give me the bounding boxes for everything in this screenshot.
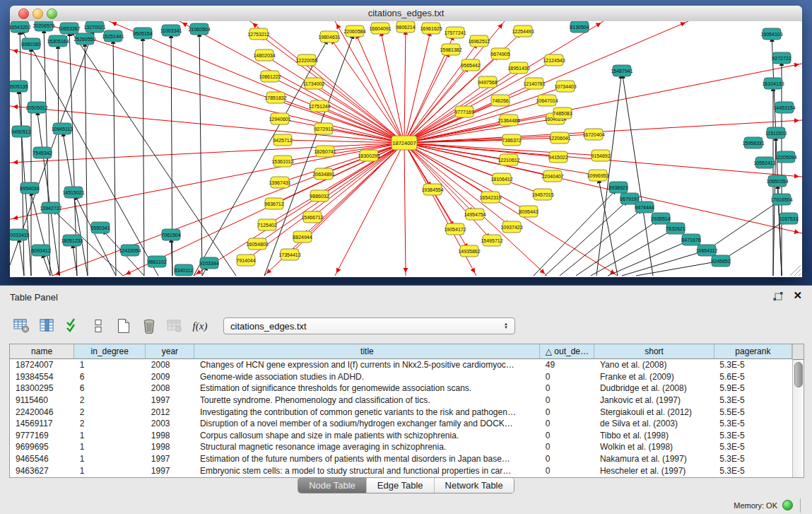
table-cell[interactable]: 1998 (146, 441, 194, 453)
graph-node-16104133[interactable]: 16104133 (762, 78, 784, 89)
column-header-pagerank[interactable]: pagerank (714, 344, 792, 359)
graph-node-15958331[interactable]: 15958331 (742, 137, 764, 148)
table-cell[interactable]: 9699695 (10, 441, 74, 453)
graph-node-20634891[interactable]: 20634891 (312, 168, 334, 180)
network-canvas[interactable]: 1872400712753212148020341086122217851832… (10, 21, 802, 277)
graph-node-9861102[interactable]: 9861102 (148, 256, 167, 267)
table-row[interactable]: 946362711997Embryonic stem cells: a mode… (10, 465, 792, 477)
graph-node-18051233[interactable]: 18051233 (61, 235, 83, 246)
graph-node-19804631[interactable]: 19804631 (318, 31, 340, 42)
graph-node-25260550[interactable]: 25260550 (73, 33, 95, 45)
table-cell[interactable]: 2 (74, 395, 146, 407)
graph-node-10653267[interactable]: 10653267 (58, 23, 80, 34)
table-row[interactable]: 946554611997Estimation of the future num… (10, 453, 792, 465)
table-cell[interactable]: Yano et al. (2008) (594, 359, 714, 371)
scrollbar-thumb[interactable] (794, 362, 803, 387)
graph-node-17577241[interactable]: 17577241 (444, 27, 466, 38)
graph-node-12210612[interactable]: 12210612 (498, 154, 519, 165)
graph-node-9415022[interactable]: 9415022 (548, 151, 567, 163)
table-cell[interactable]: Disruption of a novel member of a sodium… (194, 418, 540, 430)
graph-node-19384554[interactable]: 19384554 (421, 184, 443, 195)
graph-node-10996953[interactable]: 10996953 (587, 170, 608, 181)
graph-node-8824944[interactable]: 8824944 (293, 231, 312, 243)
graph-node-10033415[interactable]: 10033415 (10, 229, 30, 240)
graph-node-12940601[interactable]: 12940601 (269, 113, 290, 124)
graph-node-16962512[interactable]: 16962512 (468, 35, 490, 47)
table-cell[interactable]: 0 (540, 406, 594, 418)
graph-node-16720404[interactable]: 16720404 (582, 129, 604, 140)
graph-node-9497568[interactable]: 9497568 (478, 76, 497, 88)
graph-node-13967431[interactable]: 13967431 (269, 177, 290, 188)
graph-node-9425712[interactable]: 9425712 (273, 134, 292, 146)
table-cell[interactable]: Structural magnetic resonance image aver… (194, 441, 540, 453)
window-titlebar[interactable]: citations_edges.txt (10, 6, 802, 22)
graph-node-10654112[interactable]: 10654112 (696, 245, 718, 256)
table-cell[interactable]: de Silva et al. (2003) (594, 418, 714, 430)
table-cell[interactable]: 0 (540, 441, 594, 453)
graph-node-9272911[interactable]: 9272911 (314, 123, 334, 134)
graph-node-12124543[interactable]: 12124543 (543, 54, 565, 66)
table-cell[interactable]: 18724007 (10, 359, 74, 371)
table-cell[interactable]: 1997 (146, 465, 194, 477)
graph-node-18300295[interactable]: 18300295 (358, 150, 379, 161)
table-cell[interactable]: 0 (540, 430, 594, 442)
graph-node-15361013[interactable]: 15361013 (271, 156, 293, 167)
minimize-window-button[interactable] (33, 8, 43, 19)
graph-node-11511503[interactable]: 11511503 (765, 127, 787, 139)
table-cell[interactable]: 5.3E-5 (714, 465, 792, 477)
graph-node-22040407[interactable]: 22040407 (541, 170, 563, 182)
table-cell[interactable]: 19384554 (10, 371, 74, 383)
table-cell[interactable]: 0 (540, 395, 594, 407)
table-row[interactable]: 1938455462009Genome-wide association stu… (10, 371, 792, 383)
table-row[interactable]: 1872400712008Changes of HCN gene express… (10, 359, 792, 371)
table-cell[interactable]: 0 (540, 382, 594, 395)
network-table-selector[interactable]: citations_edges.txt ▲ ▼ (223, 317, 515, 334)
table-row[interactable]: 2242004622012Investigating the contribut… (10, 406, 792, 418)
graph-node-9450512[interactable]: 9450512 (11, 126, 30, 137)
graph-node-21364486[interactable]: 21364486 (498, 115, 519, 126)
graph-node-17354413[interactable]: 17354413 (278, 249, 300, 260)
graph-node-9565442[interactable]: 9565442 (461, 59, 480, 71)
table-cell[interactable]: Tourette syndrome. Phenomenology and cla… (194, 395, 540, 407)
table-row[interactable]: 969969511998Structural magnetic resonanc… (10, 441, 792, 453)
canvas-resize-grip[interactable] (790, 265, 801, 276)
table-cell[interactable]: Changes of HCN gene expression and I(f) … (194, 359, 540, 371)
table-cell[interactable]: 1997 (146, 395, 194, 407)
table-cell[interactable]: 0 (540, 418, 594, 430)
table-cell[interactable]: 0 (540, 371, 594, 383)
graph-node-8471676[interactable]: 8471676 (681, 234, 700, 245)
graph-node-12753212[interactable]: 12753212 (247, 28, 269, 40)
graph-node-17851832[interactable]: 17851832 (264, 92, 286, 103)
graph-node-9245652[interactable]: 9245652 (711, 255, 730, 267)
graph-node-9674905[interactable]: 9674905 (490, 48, 510, 59)
table-cell[interactable]: Estimation of the future numbers of pati… (194, 453, 540, 465)
table-cell[interactable]: 2008 (146, 359, 194, 371)
table-cell[interactable]: 2003 (146, 418, 194, 430)
graph-node-13942737[interactable]: 13942737 (40, 202, 61, 214)
graph-node-16543202[interactable]: 16543202 (10, 21, 31, 33)
graph-node-15981382[interactable]: 15981382 (440, 44, 461, 55)
graph-node-8340112[interactable]: 8340112 (175, 264, 194, 276)
table-cell[interactable]: 1 (74, 465, 146, 477)
graph-node-1167533[interactable]: 1167533 (779, 213, 799, 224)
table-cell[interactable]: 1 (74, 359, 146, 371)
table-cell[interactable]: 14569117 (10, 418, 74, 430)
column-header-short[interactable]: short (594, 344, 714, 359)
graph-node-6550341[interactable]: 6550341 (90, 222, 110, 233)
table-cell[interactable]: 9115460 (10, 395, 74, 407)
table-cell[interactable]: Hescheler et al. (1997) (594, 465, 714, 477)
network-graph[interactable]: 1872400712753212148020341086122217851832… (10, 21, 802, 277)
graph-node-19457015[interactable]: 19457015 (531, 189, 553, 200)
table-cell[interactable]: Dudbridge et al. (2008) (594, 382, 714, 395)
graph-node-9272722[interactable]: 9272722 (772, 52, 791, 64)
graph-node-14515021[interactable]: 14515021 (62, 187, 84, 198)
table-settings-button[interactable] (11, 316, 33, 336)
float-panel-icon[interactable] (772, 291, 784, 303)
select-all-check-button[interactable] (62, 316, 83, 336)
table-cell[interactable]: Wolkin et al. (1998) (594, 441, 714, 453)
graph-node-7632621[interactable]: 7632621 (666, 223, 685, 234)
table-cell[interactable]: Stergiakouli et al. (2012) (594, 406, 714, 418)
table-cell[interactable]: 0 (540, 465, 594, 477)
graph-node-12433054[interactable]: 12433054 (119, 245, 141, 256)
close-window-button[interactable] (18, 8, 29, 19)
